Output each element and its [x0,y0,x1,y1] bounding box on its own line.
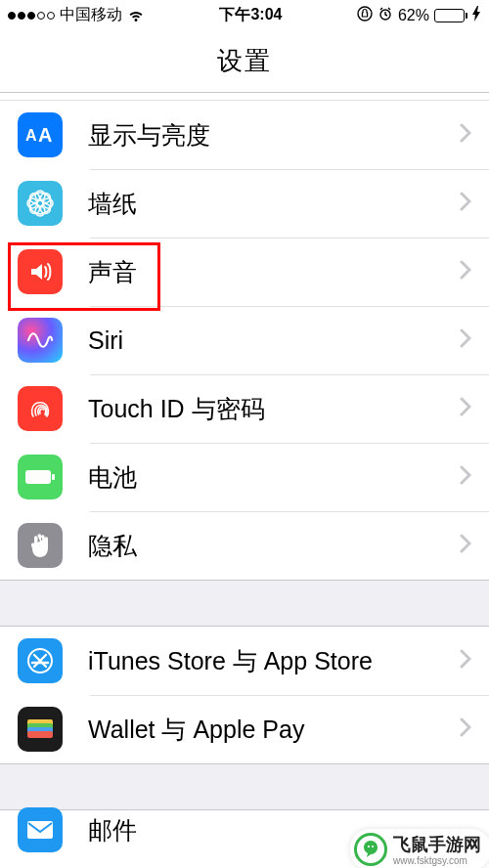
chevron-right-icon [460,465,471,489]
status-left: 中国移动 [8,5,145,25]
appstore-icon [18,638,63,683]
orientation-lock-icon [357,6,373,25]
row-itunes-appstore[interactable]: iTunes Store 与 App Store [0,627,489,695]
row-battery[interactable]: 电池 [0,443,489,511]
chevron-right-icon [460,123,471,147]
row-privacy[interactable]: 隐私 [0,511,489,580]
svg-rect-14 [25,470,51,484]
chevron-right-icon [460,260,471,283]
row-label: Wallet 与 Apple Pay [88,714,460,746]
siri-icon [18,318,63,363]
status-right: 62% [357,6,481,25]
status-time: 下午3:04 [219,5,282,25]
svg-text:A: A [38,124,52,146]
chevron-right-icon [460,534,471,557]
fingerprint-icon [18,386,63,431]
wallet-icon [18,707,63,752]
row-label: 隐私 [88,530,460,562]
svg-point-26 [372,846,374,847]
settings-group-general: AA 显示与亮度 墙纸 声音 Siri Touch ID 与密码 [0,101,489,580]
charging-icon [472,6,481,25]
page-title: 设置 [0,30,489,92]
chevron-right-icon [460,397,471,420]
chevron-right-icon [460,717,471,741]
sound-icon [18,249,63,294]
wifi-icon [127,9,145,22]
svg-point-4 [29,193,51,214]
status-bar: 中国移动 下午3:04 62% [0,0,489,30]
row-wallpaper[interactable]: 墙纸 [0,169,489,238]
signal-strength-icon [8,12,55,20]
row-label: iTunes Store 与 App Store [88,645,460,677]
svg-rect-24 [27,821,53,839]
battery-percent: 62% [398,7,429,24]
group-separator [0,580,489,627]
chevron-right-icon [460,649,471,673]
row-siri[interactable]: Siri [0,306,489,374]
row-label: 电池 [88,461,460,494]
watermark-text: 飞鼠手游网 [393,835,481,854]
svg-rect-15 [52,474,55,480]
battery-settings-icon [18,455,63,499]
watermark-logo-icon [354,833,387,866]
row-touch-id[interactable]: Touch ID 与密码 [0,374,489,443]
battery-icon [434,9,467,22]
row-label: 墙纸 [88,188,460,220]
row-label: 声音 [88,256,460,288]
row-wallet-applepay[interactable]: Wallet 与 Apple Pay [0,695,489,763]
carrier-label: 中国移动 [60,5,122,25]
watermark: 飞鼠手游网 www.fsktgsy.com [350,829,489,868]
svg-rect-23 [27,731,53,738]
chevron-right-icon [460,328,471,352]
row-partial-above [0,93,489,101]
hand-privacy-icon [18,523,63,568]
svg-text:A: A [25,127,37,144]
settings-group-store: iTunes Store 与 App Store Wallet 与 Apple … [0,627,489,763]
display-icon: AA [18,112,63,157]
row-label: 显示与亮度 [88,119,460,152]
row-sound[interactable]: 声音 [0,238,489,306]
wallpaper-icon [18,181,63,226]
row-label: Siri [88,326,460,355]
row-label: Touch ID 与密码 [88,393,460,425]
group-separator [0,763,489,810]
mail-icon [18,807,63,852]
alarm-icon [378,6,393,25]
watermark-sub: www.fsktgsy.com [393,856,481,866]
row-display-brightness[interactable]: AA 显示与亮度 [0,101,489,169]
chevron-right-icon [460,192,471,215]
svg-point-25 [368,846,370,847]
